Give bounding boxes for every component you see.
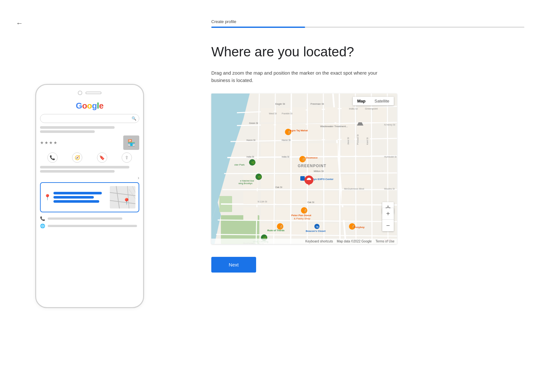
svg-rect-74 [342, 191, 354, 204]
svg-rect-77 [261, 207, 274, 220]
svg-line-27 [355, 94, 356, 244]
svg-rect-76 [243, 207, 258, 220]
svg-rect-32 [276, 108, 290, 122]
svg-rect-85 [292, 223, 306, 234]
right-panel: Create profile Where are you located? Dr… [179, 0, 550, 392]
svg-text:e Hatchet Axe: e Hatchet Axe [240, 180, 254, 182]
phone-bottom-item-1: 📞 [40, 216, 139, 221]
svg-rect-53 [253, 159, 274, 172]
phone-camera [78, 91, 82, 95]
phone-top-bar [78, 91, 101, 95]
svg-text:Provost St: Provost St [357, 135, 359, 145]
svg-text:McGuinness Blvd: McGuinness Blvd [344, 187, 364, 190]
svg-text:Agra Taj Mahal: Agra Taj Mahal [290, 129, 308, 132]
star-1: ★ [40, 140, 44, 145]
svg-text:Oxomoco: Oxomoco [306, 156, 318, 159]
phone-content-placeholders [40, 126, 139, 133]
svg-text:GREENPOINT: GREENPOINT [298, 164, 326, 168]
map-thumbnail: 📍 [110, 186, 135, 208]
share-action-icon: ⇪ [122, 152, 132, 163]
phone-more-placeholders [40, 166, 139, 173]
map-data-label: Map data ©2022 Google [337, 240, 372, 243]
svg-rect-78 [276, 207, 290, 220]
svg-text:Beacon's Closet: Beacon's Closet [306, 230, 326, 233]
svg-rect-54 [276, 159, 290, 172]
map-container[interactable]: Eagle St Freeman St Green St Huron St Hu… [211, 94, 397, 244]
phone-search-bar: 🔍 [40, 114, 139, 123]
star-2: ★ [44, 140, 48, 145]
svg-text:🌿: 🌿 [258, 175, 262, 179]
svg-text:Moulins St: Moulins St [384, 188, 395, 190]
ph-bar-2 [40, 130, 95, 133]
progress-section: Create profile [211, 19, 524, 28]
left-panel: ← Google 🔍 ★ ★ ★ ★ 🏪 [0, 0, 179, 392]
svg-text:🍴: 🍴 [279, 225, 283, 229]
svg-rect-49 [308, 143, 322, 156]
svg-rect-87 [325, 223, 338, 234]
map-type-satellite-button[interactable]: Satellite [370, 97, 394, 105]
svg-text:India St: India St [282, 156, 289, 158]
svg-rect-73 [325, 191, 338, 204]
next-button[interactable]: Next [211, 257, 256, 273]
svg-rect-71 [292, 191, 306, 204]
svg-text:Humboldt St: Humboldt St [384, 156, 397, 158]
svg-line-28 [371, 94, 372, 244]
svg-rect-51 [342, 143, 354, 156]
phone-mockup: Google 🔍 ★ ★ ★ ★ 🏪 📞 🧭 🔖 ⇪ [35, 84, 144, 308]
chevron-icon: › [138, 175, 139, 180]
zoom-out-button[interactable]: − [382, 220, 394, 231]
ph-bar-4 [40, 170, 115, 173]
svg-rect-42 [308, 124, 322, 140]
loc-bar-3 [53, 200, 99, 203]
progress-bar-fill [211, 27, 305, 28]
loc-bar-2 [53, 196, 94, 199]
svg-rect-35 [325, 107, 338, 122]
svg-text:Eagle St: Eagle St [275, 102, 285, 105]
ph-bar-1 [40, 126, 115, 129]
star-3: ★ [49, 140, 53, 145]
map-footer: Keyboard shortcuts Map data ©2022 Google… [211, 239, 397, 244]
stars-and-image: ★ ★ ★ ★ 🏪 [40, 135, 139, 150]
svg-text:Huron St: Huron St [247, 139, 255, 141]
svg-text:Peter Pan Donut: Peter Pan Donut [291, 214, 311, 217]
svg-text:Oak St: Oak St [307, 201, 314, 203]
progress-bar-container [211, 27, 524, 28]
google-logo: Google [40, 101, 139, 111]
keyboard-shortcuts-label[interactable]: Keyboard shortcuts [305, 240, 333, 243]
svg-text:India St: India St [247, 156, 254, 158]
svg-text:West St: West St [269, 112, 277, 115]
svg-rect-81 [325, 207, 338, 220]
ph-bar-6 [48, 225, 137, 227]
svg-text:Freeman St: Freeman St [311, 102, 324, 105]
map-type-toggle[interactable]: Map Satellite [353, 97, 394, 105]
svg-text:🛍: 🛍 [316, 225, 319, 228]
svg-text:wing Brooklyn: wing Brooklyn [238, 182, 253, 185]
back-button[interactable]: ← [16, 19, 23, 28]
call-action-icon: 📞 [47, 152, 58, 163]
svg-text:Huron St: Huron St [282, 139, 291, 141]
svg-line-25 [323, 94, 324, 244]
chevron-row: › [40, 175, 139, 180]
terms-label[interactable]: Terms of Use [376, 240, 394, 243]
svg-rect-39 [261, 124, 274, 140]
location-text-lines [53, 192, 107, 203]
svg-rect-82 [342, 207, 354, 220]
svg-rect-66 [342, 175, 354, 188]
zoom-in-button[interactable]: + [382, 208, 394, 220]
svg-text:India St: India St [349, 107, 358, 110]
svg-text:Ponyboy: Ponyboy [354, 226, 365, 229]
svg-text:N Henry St: N Henry St [384, 124, 395, 126]
map-type-map-button[interactable]: Map [353, 97, 370, 105]
svg-text:Wastewater Treatment...: Wastewater Treatment... [320, 125, 348, 128]
stars-row: ★ ★ ★ ★ [40, 140, 57, 145]
svg-rect-34 [308, 107, 322, 122]
svg-rect-65 [325, 175, 338, 188]
phone-bottom-item-2: 🌐 [40, 224, 139, 228]
svg-rect-47 [276, 143, 290, 156]
nav-action-icon: 🧭 [72, 152, 82, 163]
svg-text:N 11th St: N 11th St [258, 200, 267, 203]
svg-rect-68 [243, 191, 258, 204]
svg-rect-31 [261, 108, 274, 122]
svg-rect-57 [325, 159, 338, 172]
map-zoom-controls[interactable]: + − [382, 208, 394, 231]
